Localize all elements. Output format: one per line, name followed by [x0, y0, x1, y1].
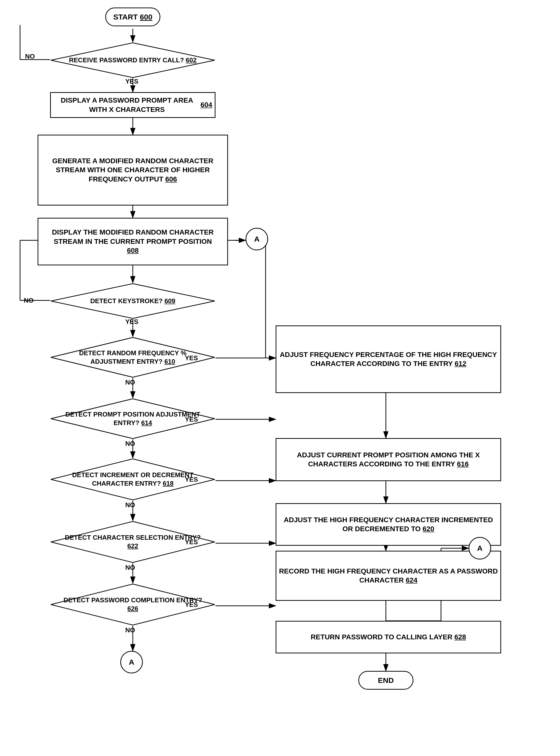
- detect-prompt-node: DETECT PROMPT POSITION ADJUSTMENT ENTRY?…: [50, 398, 216, 439]
- detect-char-text: DETECT CHARACTER SELECTION ENTRY? 622: [50, 533, 216, 550]
- flowchart-diagram: START 600 RECEIVE PASSWORD ENTRY CALL? 6…: [0, 0, 560, 756]
- start-label: START 600: [113, 13, 152, 21]
- char-no-label: NO: [125, 564, 135, 571]
- adjust-freq-node: ADJUST FREQUENCY PERCENTAGE OF THE HIGH …: [276, 326, 501, 393]
- detect-pass-text: DETECT PASSWORD COMPLETION ENTRY? 626: [50, 596, 216, 613]
- return-pass-node: RETURN PASSWORD TO CALLING LAYER 628: [276, 621, 501, 653]
- end-node: END: [358, 671, 414, 690]
- keystroke-no-label: NO: [24, 297, 34, 304]
- receive-password-node: RECEIVE PASSWORD ENTRY CALL? 602: [50, 42, 216, 78]
- generate-node: GENERATE A MODIFIED RANDOM CHARACTER STR…: [38, 135, 228, 206]
- detect-keystroke-node: DETECT KEYSTROKE? 609: [50, 283, 216, 319]
- keystroke-yes-label: YES: [125, 318, 138, 326]
- record-node: RECORD THE HIGH FREQUENCY CHARACTER AS A…: [276, 551, 501, 601]
- receive-password-text: RECEIVE PASSWORD ENTRY CALL? 602: [59, 56, 207, 65]
- circle-a-bottom: A: [120, 651, 143, 673]
- adjust-prompt-node: ADJUST CURRENT PROMPT POSITION AMONG THE…: [276, 438, 501, 481]
- detect-prompt-text: DETECT PROMPT POSITION ADJUSTMENT ENTRY?…: [50, 410, 216, 427]
- freq-no-label: NO: [125, 378, 135, 386]
- detect-keystroke-text: DETECT KEYSTROKE? 609: [80, 297, 185, 306]
- detect-freq-node: DETECT RANDOM FREQUENCY % ADJUSTMENT ENT…: [50, 337, 216, 378]
- receive-yes-label: YES: [125, 78, 138, 85]
- detect-inc-node: DETECT INCREMENT OR DECREMENT CHARACTER …: [50, 458, 216, 501]
- detect-inc-text: DETECT INCREMENT OR DECREMENT CHARACTER …: [50, 471, 216, 488]
- pass-no-label: NO: [125, 626, 135, 634]
- detect-pass-node: DETECT PASSWORD COMPLETION ENTRY? 626: [50, 583, 216, 626]
- inc-no-label: NO: [125, 501, 135, 509]
- adjust-hf-node: ADJUST THE HIGH FREQUENCY CHARACTER INCR…: [276, 503, 501, 546]
- display-stream-node: DISPLAY THE MODIFIED RANDOM CHARACTER ST…: [38, 218, 228, 265]
- start-node: START 600: [105, 7, 160, 26]
- display-prompt-node: DISPLAY A PASSWORD PROMPT AREA WITH X CH…: [50, 92, 216, 118]
- circle-a-right: A: [468, 537, 491, 560]
- circle-a-top: A: [245, 228, 268, 250]
- prompt-no-label: NO: [125, 440, 135, 447]
- receive-no-label: NO: [25, 52, 35, 60]
- detect-freq-text: DETECT RANDOM FREQUENCY % ADJUSTMENT ENT…: [50, 349, 216, 366]
- detect-char-node: DETECT CHARACTER SELECTION ENTRY? 622: [50, 521, 216, 563]
